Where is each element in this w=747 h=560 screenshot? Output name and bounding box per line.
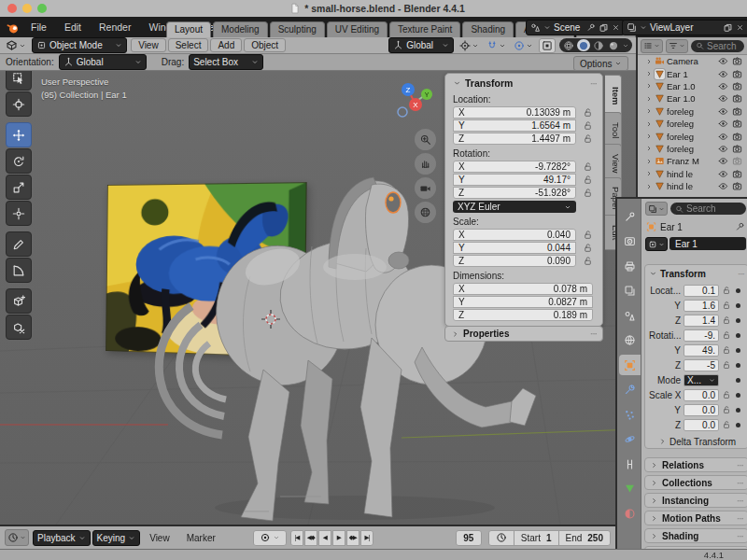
value-field[interactable]: 1.6 — [684, 300, 719, 312]
outliner-row[interactable]: Camera — [638, 55, 747, 67]
expand-icon[interactable] — [645, 107, 653, 115]
mode-selector[interactable]: Object Mode — [32, 37, 127, 53]
nav-zoom-button[interactable] — [415, 129, 436, 150]
hide-viewport-icon[interactable] — [718, 93, 728, 104]
field-y[interactable]: Y49.17° — [453, 174, 576, 186]
lock-icon[interactable] — [583, 256, 593, 266]
field-z[interactable]: Z-51.928° — [453, 187, 576, 199]
properties-subpanel[interactable]: Properties···· — [444, 326, 603, 342]
hide-viewport-icon[interactable] — [718, 169, 728, 179]
disable-render-icon[interactable] — [732, 181, 742, 191]
expand-icon[interactable] — [645, 70, 653, 77]
outliner-row[interactable]: Ear 1 — [638, 67, 747, 79]
delta-transform-section[interactable]: Delta Transform — [658, 436, 744, 447]
properties-tab-particles[interactable] — [619, 404, 641, 425]
disable-render-icon[interactable] — [732, 144, 742, 154]
properties-tab-view-layer[interactable] — [619, 281, 641, 301]
tool-annotate[interactable] — [6, 231, 32, 257]
value-field[interactable]: -5 — [684, 359, 719, 371]
workspace-tab-layout[interactable]: Layout — [166, 21, 211, 37]
lock-icon[interactable] — [583, 133, 593, 144]
section-relations[interactable]: Relations ···· — [644, 457, 747, 472]
properties-tab-output[interactable] — [619, 256, 641, 276]
field-z[interactable]: Z0.090 — [453, 255, 576, 267]
menu-file[interactable]: File — [28, 20, 49, 35]
unlink-scene-button[interactable] — [612, 22, 620, 33]
outliner-display-mode[interactable] — [641, 39, 663, 53]
outliner-filter[interactable] — [666, 39, 688, 53]
properties-tab-data[interactable] — [619, 479, 641, 499]
lock-icon[interactable] — [722, 301, 731, 310]
rotation-mode-dropdown[interactable]: XYZ Euler — [453, 201, 576, 213]
properties-tab-world[interactable] — [619, 330, 641, 351]
properties-tab-modifiers[interactable] — [619, 380, 641, 400]
outliner-row[interactable]: foreleg — [638, 143, 747, 155]
disable-render-icon[interactable] — [732, 81, 742, 91]
nav-camera-button[interactable] — [415, 177, 436, 199]
shading-rendered-button[interactable] — [607, 39, 620, 51]
tool-transform[interactable] — [6, 201, 32, 226]
expand-icon[interactable] — [645, 82, 653, 90]
animate-dot[interactable] — [736, 423, 740, 427]
hide-viewport-icon[interactable] — [718, 81, 728, 91]
value-field[interactable]: 1.4 — [684, 315, 719, 327]
lock-icon[interactable] — [722, 345, 731, 355]
hide-viewport-icon[interactable] — [718, 132, 728, 142]
outliner-search-input[interactable]: Search — [691, 40, 744, 52]
tool-rotate[interactable] — [6, 148, 32, 174]
outliner-row[interactable]: foreleg — [638, 118, 747, 130]
expand-icon[interactable] — [645, 120, 653, 128]
lock-icon[interactable] — [722, 330, 731, 340]
hide-viewport-icon[interactable] — [718, 144, 728, 154]
expand-icon[interactable] — [645, 133, 653, 140]
pin-icon[interactable] — [735, 221, 745, 232]
timeline-editor-type[interactable] — [5, 529, 29, 546]
value-field[interactable]: 0.0 — [684, 419, 719, 431]
animate-dot[interactable] — [736, 333, 740, 338]
properties-filter[interactable] — [645, 202, 668, 216]
viewport-3d[interactable]: User Perspective (95) Collection | Ear 1 — [0, 71, 636, 525]
properties-search-input[interactable]: Search — [670, 203, 746, 215]
new-scene-button[interactable] — [599, 22, 609, 33]
next-keyframe-button[interactable]: ◆▶ — [346, 530, 359, 546]
play-reverse-button[interactable]: ◀ — [318, 530, 331, 546]
expand-icon[interactable] — [645, 183, 653, 190]
hide-viewport-icon[interactable] — [718, 56, 728, 66]
frame-end-field[interactable]: End 250 — [559, 531, 610, 545]
proportional-editing-toggle[interactable] — [512, 40, 535, 51]
jump-to-end-button[interactable]: ▶| — [360, 530, 374, 546]
expand-icon[interactable] — [645, 170, 653, 177]
transform-panel-header[interactable]: Transform···· — [453, 77, 597, 89]
timeline-menu-playback[interactable]: Playback — [33, 530, 91, 546]
field-x[interactable]: X0.13039 m — [453, 106, 576, 119]
field-x[interactable]: X0.040 — [453, 229, 576, 241]
properties-tab-physics[interactable] — [619, 429, 641, 450]
animate-dot[interactable] — [736, 378, 740, 383]
animate-dot[interactable] — [736, 303, 740, 308]
nav-pan-button[interactable] — [415, 153, 436, 175]
properties-tab-tool[interactable] — [619, 206, 641, 227]
lock-icon[interactable] — [722, 315, 731, 325]
drag-dropdown[interactable]: Select Box — [189, 54, 263, 70]
hide-viewport-icon[interactable] — [718, 119, 728, 129]
editor-type-selector[interactable] — [4, 39, 28, 51]
properties-tab-render[interactable] — [619, 231, 641, 252]
show-gizmo-toggle[interactable] — [539, 38, 556, 53]
transform-orientation-selector[interactable]: Global — [388, 37, 454, 53]
tool-add-cube[interactable] — [6, 288, 32, 314]
outliner-row[interactable]: foreleg — [638, 130, 747, 142]
pivot-point-selector[interactable] — [458, 40, 481, 51]
section-instancing[interactable]: Instancing ···· — [644, 493, 747, 508]
field-x[interactable]: X-9.7282° — [453, 161, 576, 173]
scene-selector[interactable]: Scene — [526, 20, 625, 35]
lock-icon[interactable] — [722, 420, 731, 429]
hide-viewport-icon[interactable] — [718, 181, 728, 191]
properties-tab-material[interactable] — [619, 503, 641, 524]
pin-icon[interactable] — [586, 22, 596, 33]
remove-viewlayer-button[interactable] — [736, 22, 744, 33]
animate-dot[interactable] — [736, 393, 740, 398]
properties-tab-scene[interactable] — [619, 305, 641, 326]
jump-to-start-button[interactable]: |◀ — [290, 530, 303, 546]
outliner-row[interactable]: foreleg — [638, 105, 747, 118]
outliner-row[interactable]: hind le — [638, 180, 747, 192]
